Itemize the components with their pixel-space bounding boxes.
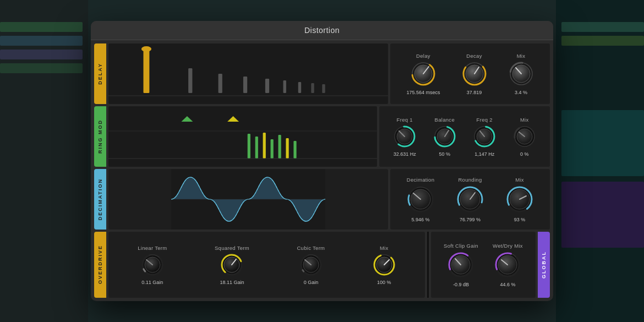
ringmod-freq1-value: 32.631 Hz [394, 151, 416, 157]
title-bar: Distortion [91, 21, 553, 40]
svg-rect-3 [188, 68, 192, 93]
mix-knob-overdrive[interactable] [373, 253, 396, 276]
mix-knob-decimation[interactable] [505, 185, 534, 214]
softclip-value: -0.9 dB [453, 282, 469, 287]
decimation-rounding-ctrl: Rounding 76.799 % [456, 177, 484, 222]
decimation-mix-ctrl: Mix 93 % [505, 177, 534, 222]
softclip-knob[interactable] [447, 251, 474, 279]
svg-rect-0 [108, 43, 388, 104]
delay-knob[interactable] [411, 61, 436, 86]
svg-rect-5 [243, 77, 247, 93]
delay-mix-value: 3.4 % [515, 90, 527, 95]
softclip-label: Soft Clip Gain [444, 243, 478, 249]
svg-rect-31 [278, 135, 281, 159]
decimation-label-strip: DECIMATION [94, 169, 106, 230]
decimation-label: DECIMATION [97, 178, 103, 220]
overdrive-label-strip: OVERDRIVE [94, 232, 106, 298]
overdrive-squared-value: 18.11 Gain [220, 280, 244, 285]
decimation-controls: Decimation [390, 169, 550, 230]
delay-ctrl-row: Delay [396, 53, 544, 95]
global-label-strip: GLOBAL [538, 232, 550, 298]
svg-point-2 [141, 46, 151, 52]
ringmod-balance-value: 50 % [439, 151, 450, 157]
svg-rect-10 [322, 84, 325, 93]
ringmod-visualization [108, 106, 377, 167]
overdrive-mix-label: Mix [380, 245, 389, 251]
delay-label-strip: DELAY [94, 43, 106, 104]
linear-knob[interactable] [141, 253, 164, 276]
delay-mix-ctrl: Mix 3.4 % [509, 53, 534, 95]
overdrive-row: OVERDRIVE Linear Term [94, 232, 550, 298]
decimation-row: DECIMATION Decimation [94, 169, 550, 230]
delay-controls: Delay [390, 43, 550, 104]
global-label: GLOBAL [541, 251, 547, 279]
freq1-knob[interactable] [393, 125, 416, 148]
svg-rect-30 [271, 139, 274, 159]
ringmod-mix-value: 0 % [520, 151, 529, 157]
mix-knob-delay[interactable] [509, 61, 534, 86]
delay-mix-label: Mix [517, 53, 526, 59]
overdrive-mix-value: 100 % [377, 280, 391, 285]
squared-knob[interactable] [220, 253, 243, 276]
rounding-knob[interactable] [456, 185, 484, 214]
svg-rect-1 [144, 49, 150, 93]
ringmod-balance-label: Balance [435, 117, 455, 123]
svg-rect-6 [265, 79, 269, 93]
freq2-knob[interactable] [473, 125, 496, 148]
svg-rect-32 [286, 138, 288, 159]
decimation-mix-label: Mix [515, 177, 524, 183]
decay-knob[interactable] [462, 61, 487, 86]
overdrive-cubic-label: Cubic Term [297, 245, 325, 251]
plugin-window: Distortion DELAY [91, 21, 553, 301]
delay-decay-ctrl: Decay 37.819 [462, 53, 487, 95]
ringmod-freq1-label: Freq 1 [397, 117, 413, 123]
ringmod-freq2-ctrl: Freq 2 1,147 Hz [473, 117, 496, 157]
svg-rect-24 [108, 106, 377, 167]
ringmod-controls: Freq 1 [379, 106, 550, 167]
overdrive-cubic-value: 0 Gain [304, 280, 319, 285]
wetdry-knob[interactable] [494, 251, 521, 279]
ringmod-ctrl-row: Freq 1 [385, 117, 544, 157]
delay-decay-label: Decay [466, 53, 482, 59]
decimation-ctrl-row: Decimation [396, 177, 544, 222]
svg-rect-33 [293, 141, 296, 159]
decimation-rounding-value: 76.799 % [460, 217, 481, 222]
decimation-viz [108, 169, 388, 230]
overdrive-ctrl-row: Linear Term [114, 245, 419, 285]
ringmod-label-strip: RING MOD [94, 106, 106, 167]
delay-viz [108, 43, 388, 104]
plugin-title: Distortion [304, 26, 340, 35]
overdrive-right-controls: Soft Clip Gain [431, 232, 536, 298]
delay-visualization [108, 43, 388, 104]
svg-rect-28 [255, 137, 258, 159]
overdrive-linear-label: Linear Term [138, 245, 167, 251]
overdrive-cubic-ctrl: Cubic Term 0 Gain [297, 245, 325, 285]
divider [427, 232, 429, 298]
delay-delay-value: 175.564 msecs [406, 90, 440, 95]
balance-knob[interactable] [433, 125, 456, 148]
delay-row: DELAY [94, 43, 550, 104]
ringmod-label: RING MOD [97, 119, 103, 154]
decimation-knob[interactable] [406, 185, 435, 214]
cubic-knob[interactable] [299, 253, 323, 276]
overdrive-mix-ctrl: Mix 100 % [373, 245, 396, 285]
plugin-body: DELAY [91, 40, 553, 301]
svg-rect-29 [263, 133, 266, 159]
decimation-decimation-label: Decimation [407, 177, 435, 183]
svg-rect-7 [283, 80, 286, 93]
svg-rect-27 [248, 134, 250, 159]
decimation-visualization [108, 169, 388, 230]
overdrive-linear-value: 0.11 Gain [141, 280, 163, 285]
ringmod-mix-label: Mix [520, 117, 529, 123]
svg-rect-4 [219, 74, 222, 93]
decimation-mix-value: 93 % [514, 217, 526, 222]
wetdry-value: 44.6 % [500, 282, 515, 287]
svg-rect-9 [311, 83, 314, 93]
mix-knob-ringmod[interactable] [513, 125, 536, 148]
decimation-decimation-value: 5.946 % [411, 217, 429, 222]
softclip-ctrl: Soft Clip Gain [444, 243, 478, 287]
ringmod-row: RING MOD [94, 106, 550, 167]
decimation-decimation-ctrl: Decimation [406, 177, 435, 222]
ringmod-balance-ctrl: Balance 50 % [433, 117, 456, 157]
wetdry-ctrl: Wet/Dry Mix 44.6 % [493, 243, 523, 287]
